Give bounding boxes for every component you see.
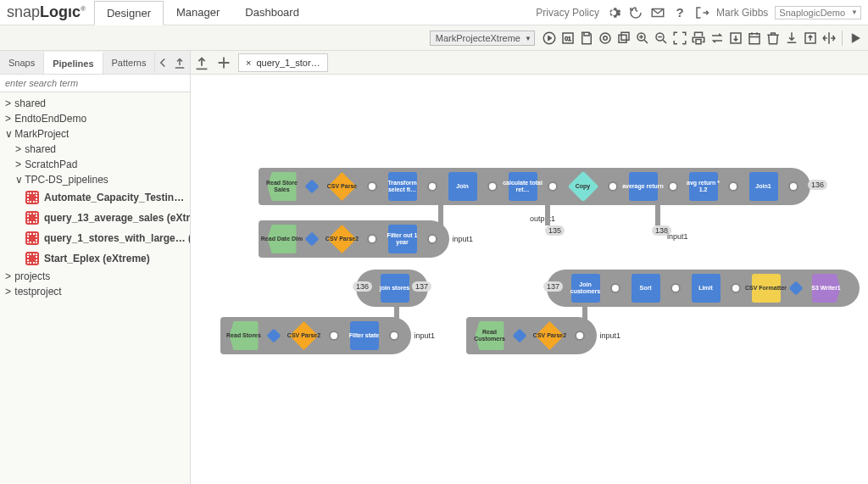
- port[interactable]: [305, 180, 320, 194]
- port[interactable]: [389, 331, 399, 341]
- snap-join-stores[interactable]: join stores: [371, 270, 418, 307]
- zoom-out-icon[interactable]: [654, 31, 669, 46]
- run-icon[interactable]: [542, 31, 557, 46]
- trash-icon[interactable]: [765, 31, 781, 46]
- port[interactable]: [367, 181, 377, 192]
- snap-limit[interactable]: Limit: [682, 270, 729, 307]
- port[interactable]: [789, 281, 804, 296]
- pipe-row-4[interactable]: Read Stores CSV Parse2 Filter state inpu…: [220, 317, 411, 354]
- versions-icon[interactable]: [616, 31, 632, 46]
- port[interactable]: [575, 331, 585, 341]
- pipeline-query13[interactable]: query_13_average_sales (eXtreme): [0, 208, 190, 228]
- org-selector[interactable]: SnaplogicDemo ▼: [775, 6, 861, 19]
- pipe-row-6[interactable]: Read Customers CSV Parse2 input1: [466, 317, 597, 354]
- play-icon[interactable]: [848, 31, 863, 46]
- pipeline-canvas[interactable]: Read Store Sales CSV Parse Transform sel…: [191, 75, 868, 484]
- port[interactable]: [305, 232, 320, 247]
- collapse-icon[interactable]: [155, 55, 170, 70]
- tree-testproject[interactable]: > testproject: [0, 284, 190, 299]
- snap-csv-parse[interactable]: CSV Parse: [319, 168, 365, 205]
- pipe-row-3[interactable]: 136 join stores 137: [356, 270, 428, 307]
- snap-filter-state[interactable]: Filter state: [341, 317, 387, 354]
- help-icon[interactable]: ?: [672, 5, 687, 20]
- snap-read-cust[interactable]: Read Customers: [466, 317, 513, 354]
- snap-join1[interactable]: Join1: [740, 168, 787, 205]
- tab-patterns[interactable]: Patterns: [103, 53, 156, 73]
- snap-read-stores[interactable]: Read Stores: [220, 317, 267, 354]
- tree-shared[interactable]: > shared: [0, 96, 190, 111]
- tab-close-icon[interactable]: ×: [246, 58, 251, 68]
- snap-sort[interactable]: Sort: [622, 270, 669, 307]
- snap-join[interactable]: Join: [439, 168, 486, 205]
- snap-calc[interactable]: calculate total ret…: [499, 168, 546, 205]
- snap-filter-year[interactable]: Filter out 1 year: [379, 220, 426, 258]
- snap-join-cust[interactable]: Join customers: [562, 270, 609, 307]
- port[interactable]: [668, 181, 678, 192]
- gear-icon[interactable]: [606, 5, 621, 20]
- pipe-row-2[interactable]: Read Date Dim CSV Parse2 Filter out 1 ye…: [259, 220, 449, 258]
- calendar-icon[interactable]: [747, 31, 762, 46]
- binary-icon[interactable]: 01: [560, 31, 576, 46]
- port[interactable]: [513, 329, 527, 343]
- tab-snaps[interactable]: Snaps: [0, 53, 44, 73]
- snap-transform[interactable]: Transform select fi…: [379, 168, 426, 205]
- mail-icon[interactable]: [650, 5, 665, 20]
- upload-pipeline-icon[interactable]: [192, 53, 211, 72]
- settings-icon[interactable]: [598, 31, 613, 46]
- port[interactable]: [728, 181, 738, 192]
- zoom-in-icon[interactable]: [635, 31, 650, 46]
- pipe-row-5[interactable]: 137 Join customers Sort Limit CSV Format…: [547, 270, 860, 307]
- port[interactable]: [329, 331, 339, 341]
- snap-read-date[interactable]: Read Date Dim: [259, 220, 305, 258]
- snap-csv-fmt[interactable]: CSV Formatter: [743, 270, 789, 307]
- logout-icon[interactable]: [694, 5, 709, 20]
- port[interactable]: [731, 283, 741, 293]
- tree-scratch[interactable]: > ScratchPad: [0, 157, 190, 172]
- new-pipeline-icon[interactable]: [214, 53, 233, 72]
- tab-pipelines[interactable]: Pipelines: [44, 52, 103, 74]
- port[interactable]: [788, 181, 798, 192]
- pipeline-query1[interactable]: query_1_stores_with_large… (eXtreme): [0, 228, 190, 248]
- port[interactable]: [610, 283, 620, 293]
- snap-copy[interactable]: Copy: [559, 168, 606, 205]
- snap-csv-parse2c[interactable]: CSV Parse2: [526, 317, 573, 354]
- upload-icon[interactable]: [172, 55, 187, 70]
- import-icon[interactable]: [728, 31, 743, 46]
- tree-projects[interactable]: > projects: [0, 269, 190, 284]
- tree-endtoend[interactable]: > EndtoEndDemo: [0, 111, 190, 126]
- fit-icon[interactable]: [672, 31, 687, 46]
- port[interactable]: [427, 181, 437, 192]
- snap-avg[interactable]: average return: [620, 168, 666, 205]
- privacy-link[interactable]: Privacy Policy: [536, 7, 599, 19]
- project-dropdown[interactable]: MarkProjecteXtreme: [430, 31, 535, 46]
- export-icon[interactable]: [803, 31, 818, 46]
- save-icon[interactable]: [579, 31, 594, 46]
- port[interactable]: [548, 181, 558, 192]
- snap-csv-parse2b[interactable]: CSV Parse2: [281, 317, 327, 354]
- port[interactable]: [608, 181, 618, 192]
- tree-mp-shared[interactable]: > shared: [0, 142, 190, 157]
- port[interactable]: [267, 329, 281, 343]
- history-icon[interactable]: [628, 5, 643, 20]
- download-icon[interactable]: [784, 31, 799, 46]
- pipe-row-1[interactable]: Read Store Sales CSV Parse Transform sel…: [259, 168, 810, 205]
- port[interactable]: [367, 234, 377, 244]
- open-tab[interactable]: × query_1_stor…: [238, 53, 328, 72]
- port[interactable]: [487, 181, 498, 192]
- search-input[interactable]: [0, 75, 190, 92]
- tree-markproject[interactable]: ∨ MarkProject: [0, 126, 190, 142]
- print-icon[interactable]: [691, 31, 706, 46]
- tab-manager[interactable]: Manager: [164, 0, 232, 25]
- pipeline-start[interactable]: Start_Eplex (eXtreme): [0, 248, 190, 269]
- swap-icon[interactable]: [709, 31, 725, 46]
- tab-designer[interactable]: Designer: [94, 1, 164, 25]
- tree-tpc[interactable]: ∨ TPC-DS_pipelines: [0, 172, 190, 187]
- snap-read-store-sales[interactable]: Read Store Sales: [259, 168, 305, 205]
- pipeline-automate[interactable]: Automate_Capacity_Testin…: [0, 187, 190, 208]
- tab-dashboard[interactable]: Dashboard: [232, 0, 312, 25]
- port[interactable]: [427, 234, 437, 244]
- snap-avg12[interactable]: avg return * 1.2: [680, 168, 726, 205]
- compare-icon[interactable]: [821, 31, 837, 46]
- port[interactable]: [670, 283, 681, 293]
- snap-csv-parse2a[interactable]: CSV Parse2: [319, 220, 365, 258]
